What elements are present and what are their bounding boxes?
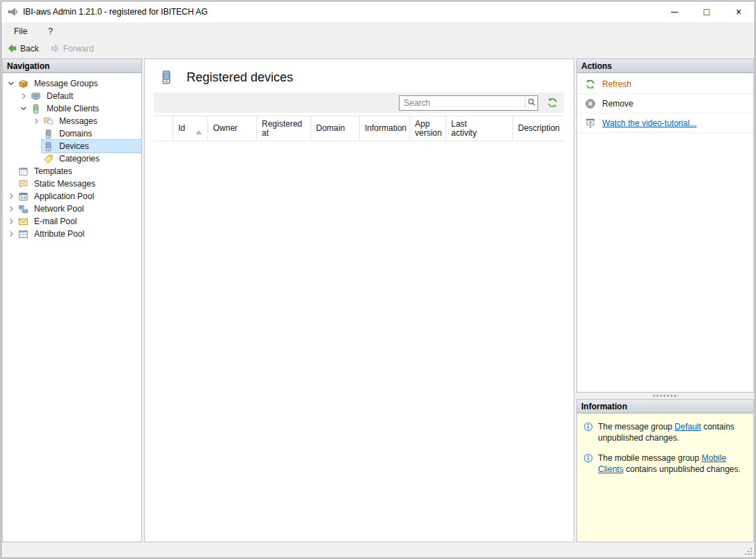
mobile-phone-icon	[31, 104, 41, 114]
video-tutorial-action[interactable]: Watch the video-tutorial...	[577, 113, 753, 133]
maximize-button[interactable]: □	[691, 1, 723, 22]
refresh-action-label: Refresh	[602, 79, 631, 89]
column-header-domain[interactable]: Domain	[311, 116, 360, 141]
actions-header: Actions	[577, 59, 753, 73]
chevron-none	[31, 141, 42, 152]
tree-item-domains[interactable]: Domains	[3, 127, 141, 140]
info-text-suffix: contains unpublished changes.	[624, 464, 741, 474]
chevron-expanded-icon[interactable]	[18, 103, 29, 114]
navigation-panel: Navigation Message Groups Default	[2, 58, 142, 542]
right-column: Actions Refresh Remove Watch the video-t…	[576, 58, 754, 542]
menu-file[interactable]: File	[11, 25, 30, 38]
tree-item-messages[interactable]: Messages	[3, 115, 141, 127]
table-header: Id Owner Registered at Domain Informatio…	[154, 116, 564, 141]
tree-indent	[3, 109, 18, 109]
column-header-information[interactable]: Information	[360, 116, 410, 141]
forward-arrow-icon	[50, 43, 61, 54]
tree-item-default[interactable]: Default	[3, 90, 141, 102]
column-header-id[interactable]: Id	[173, 116, 208, 141]
tree-item-label: Default	[45, 90, 75, 102]
chevron-none	[6, 166, 17, 177]
navigation-tree: Message Groups Default M	[3, 73, 141, 542]
video-tutorial-link: Watch the video-tutorial...	[602, 118, 697, 128]
back-arrow-icon	[7, 43, 17, 54]
tree-indent	[3, 96, 18, 97]
tree-item-label: Devices	[57, 141, 91, 152]
tree-item-templates[interactable]: Templates	[3, 165, 141, 178]
back-label: Back	[20, 44, 39, 54]
content-title-row: Registered devices	[145, 59, 574, 93]
chevron-collapsed-icon[interactable]	[18, 90, 29, 102]
column-header-registered-at[interactable]: Registered at	[257, 116, 311, 141]
column-header-spacer	[154, 116, 173, 141]
menubar: File ?	[1, 22, 755, 40]
search-icon[interactable]	[525, 97, 536, 109]
tree-item-label: Static Messages	[32, 178, 97, 189]
tree-item-message-groups[interactable]: Message Groups	[3, 77, 141, 90]
chevron-collapsed-icon[interactable]	[6, 191, 17, 202]
column-header-owner[interactable]: Owner	[208, 116, 257, 141]
refresh-action[interactable]: Refresh	[577, 74, 753, 94]
panel-splitter[interactable]	[576, 393, 754, 399]
refresh-icon	[585, 79, 596, 90]
chevron-expanded-icon[interactable]	[6, 78, 17, 89]
column-header-app-version[interactable]: App version	[410, 116, 446, 141]
info-text-prefix: The mobile message group	[598, 453, 702, 463]
workspace: Navigation Message Groups Default	[1, 57, 755, 542]
tree-item-label: Application Pool	[32, 191, 96, 202]
mobile-phone-icon	[43, 141, 54, 152]
chevron-collapsed-icon[interactable]	[6, 203, 17, 214]
info-icon	[583, 453, 593, 463]
search-input[interactable]	[399, 95, 538, 111]
tree-item-static-messages[interactable]: Static Messages	[3, 178, 141, 190]
tree-indent	[3, 146, 31, 147]
tree-item-label: Domains	[57, 128, 94, 139]
actions-list: Refresh Remove Watch the video-tutorial.…	[577, 73, 753, 392]
resize-grip-icon[interactable]	[744, 547, 753, 556]
attribute-grid-icon	[18, 229, 29, 239]
tree-item-email-pool[interactable]: E-mail Pool	[3, 215, 141, 228]
tree-item-network-pool[interactable]: Network Pool	[3, 203, 141, 215]
column-header-last-activity[interactable]: Last activity	[446, 116, 513, 141]
minimize-button[interactable]: ─	[659, 1, 691, 22]
tree-item-label: E-mail Pool	[32, 216, 79, 227]
link-default-group[interactable]: Default	[675, 422, 701, 432]
tree-indent	[3, 121, 31, 122]
chevron-none	[31, 153, 42, 164]
remove-action[interactable]: Remove	[577, 94, 753, 113]
info-text: The mobile message group Mobile Clients …	[598, 452, 747, 475]
app-icon	[7, 6, 18, 17]
tree-item-attribute-pool[interactable]: Attribute Pool	[3, 228, 141, 240]
menu-help[interactable]: ?	[45, 25, 56, 38]
chevron-collapsed-icon[interactable]	[6, 228, 17, 239]
forward-button[interactable]: Forward	[50, 43, 94, 54]
refresh-list-icon[interactable]	[546, 97, 558, 109]
close-button[interactable]: ×	[723, 1, 755, 22]
tree-item-label: Categories	[57, 153, 102, 164]
tree-item-categories[interactable]: Categories	[3, 152, 141, 165]
video-tutorial-icon	[585, 118, 596, 129]
tree-item-mobile-clients[interactable]: Mobile Clients	[3, 102, 141, 115]
back-button[interactable]: Back	[7, 43, 39, 54]
info-text: The message group Default contains unpub…	[598, 421, 747, 443]
column-header-description[interactable]: Description	[513, 116, 565, 141]
content-body: Id Owner Registered at Domain Informatio…	[145, 93, 574, 542]
tag-icon	[43, 154, 54, 164]
tree-item-devices[interactable]: Devices	[3, 140, 141, 152]
info-message: The message group Default contains unpub…	[583, 421, 747, 443]
information-header: Information	[577, 400, 753, 414]
chevron-collapsed-icon[interactable]	[6, 216, 17, 227]
chevron-collapsed-icon[interactable]	[31, 116, 42, 127]
computer-icon	[31, 91, 41, 102]
speech-bubble-icon	[18, 179, 29, 189]
toolbar: Back Forward	[1, 40, 755, 57]
tree-item-label: Mobile Clients	[45, 103, 101, 114]
tree-item-application-pool[interactable]: Application Pool	[3, 190, 141, 203]
actions-panel: Actions Refresh Remove Watch the video-t…	[576, 58, 754, 393]
chevron-none	[31, 128, 42, 139]
tree-item-label: Message Groups	[32, 78, 100, 89]
remove-action-label: Remove	[602, 99, 633, 109]
application-icon	[18, 191, 29, 202]
info-icon	[583, 422, 593, 432]
page-title: Registered devices	[187, 70, 293, 85]
